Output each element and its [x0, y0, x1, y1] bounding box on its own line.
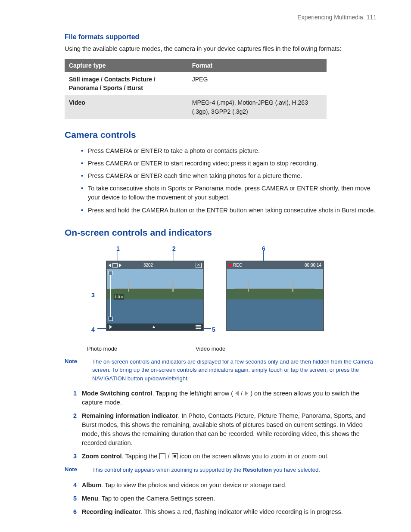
video-top-bar: REC 00:00:14: [227, 261, 323, 269]
list-item: 6 Recording indicator. This shows a red,…: [65, 505, 377, 519]
file-formats-heading: File formats supported: [65, 32, 377, 42]
photo-bottom-bar: ▲: [107, 324, 203, 330]
controls-list: 1 Mode Switching control. Tapping the le…: [65, 387, 377, 463]
bridge-tower: [292, 282, 293, 292]
capture-type-cell: Still image / Contacts Picture / Panoram…: [65, 72, 188, 96]
item-text: Album. Tap to view the photos and videos…: [82, 481, 286, 490]
list-item: 4 Album. Tap to view the photos and vide…: [65, 479, 377, 492]
table-header-row: Capture type Format: [65, 59, 327, 72]
note-text: This control only appears when zooming i…: [92, 466, 320, 474]
item-text: Mode Switching control. Tapping the left…: [82, 389, 377, 407]
list-item: Press CAMERA or ENTER each time when tak…: [81, 170, 377, 182]
item-text: Recording indicator. This shows a red, f…: [82, 507, 343, 516]
item-number: 5: [65, 494, 77, 503]
bridge-line: [115, 288, 196, 289]
item-number: 1: [65, 389, 77, 407]
item-number: 4: [65, 481, 77, 490]
zoom-out-box-icon: [172, 453, 178, 459]
remaining-indicator: 3202: [143, 262, 153, 269]
album-icon: [109, 325, 112, 329]
list-item: 3 Zoom control. Tapping the / icon on th…: [65, 450, 377, 463]
item-text: Zoom control. Tapping the / icon on the …: [82, 452, 329, 461]
zoom-level-text: 1.0 x: [114, 294, 124, 300]
col-capture-type: Capture type: [65, 59, 188, 72]
controls-list-2: 4 Album. Tap to view the photos and vide…: [65, 479, 377, 519]
mode-left-arrow-icon: [109, 263, 111, 268]
callout-4: 4: [91, 325, 95, 334]
bridge-tower: [248, 282, 249, 292]
video-mode-screen: REC 00:00:14: [226, 261, 324, 331]
bridge-tower: [172, 282, 174, 292]
item-number: 2: [65, 411, 77, 448]
item-text: Menu. Tap to open the Camera Settings sc…: [82, 494, 215, 503]
page-number: 111: [367, 14, 377, 21]
format-cell: JPEG: [188, 72, 327, 96]
list-item: Press CAMERA or ENTER to take a photo or…: [81, 145, 377, 157]
callout-line: [174, 251, 174, 261]
list-item: 2 Remaining information indicator. In Ph…: [65, 409, 377, 450]
close-icon: ✕: [196, 263, 202, 268]
photo-caption: Photo mode: [87, 345, 117, 353]
menu-icon: [196, 324, 201, 330]
rec-time: 00:00:14: [305, 262, 321, 269]
list-item: 1 Mode Switching control. Tapping the le…: [65, 387, 377, 409]
list-item: Press CAMERA or ENTER to start recording…: [81, 157, 377, 170]
item-number: 6: [65, 507, 77, 516]
video-caption: Video mode: [196, 345, 225, 353]
zoom-track: [110, 275, 111, 317]
callout-line: [204, 328, 211, 329]
rec-dot-icon: [228, 264, 232, 267]
callout-line: [118, 251, 118, 261]
camera-controls-heading: Camera controls: [65, 128, 377, 141]
callout-line: [97, 294, 106, 294]
item-text: Remaining information indicator. In Phot…: [82, 411, 377, 448]
note-label: Note: [65, 358, 84, 383]
note-text: The on-screen controls and indicators ar…: [92, 358, 377, 383]
photo-top-bar: 3202 ✕: [107, 261, 203, 269]
page-header: Experiencing Multimedia 111: [43, 13, 377, 22]
section-name: Experiencing Multimedia: [297, 14, 363, 21]
note-block-2: Note This control only appears when zoom…: [65, 466, 377, 474]
list-item: 5 Menu. Tap to open the Camera Settings …: [65, 492, 377, 505]
zoom-slider: [109, 271, 113, 321]
callout-5: 5: [212, 325, 215, 334]
callout-3: 3: [91, 291, 95, 299]
zoom-in-box-icon: [159, 453, 165, 459]
zoom-in-icon: [109, 271, 113, 275]
list-item: To take consecutive shots in Sports or P…: [81, 182, 377, 204]
bridge-line: [234, 288, 315, 289]
bridge-tower: [128, 282, 129, 292]
file-formats-table: Capture type Format Still image / Contac…: [65, 59, 327, 119]
onscreen-heading: On-screen controls and indicators: [65, 226, 377, 239]
callout-line: [97, 328, 106, 329]
format-cell: MPEG-4 (.mp4), Motion-JPEG (.avi), H.263…: [188, 95, 327, 119]
table-row: Still image / Contacts Picture / Panoram…: [65, 72, 327, 96]
onscreen-diagram: 1 2 6 3 4 5 3202 ✕: [103, 244, 352, 342]
note-label: Note: [65, 466, 84, 474]
col-format: Format: [188, 59, 327, 72]
right-arrow-icon: [245, 391, 248, 396]
photo-mode-screen: 3202 ✕ 1.0 x ▲: [106, 261, 204, 331]
item-number: 3: [65, 452, 77, 461]
left-arrow-icon: [235, 391, 239, 396]
camera-controls-list: Press CAMERA or ENTER to take a photo or…: [81, 145, 377, 216]
note-block: Note The on-screen controls and indicato…: [65, 358, 377, 383]
list-item: Press and hold the CAMERA button or the …: [81, 204, 377, 217]
screen-captions: Photo mode Video mode: [87, 345, 377, 353]
rec-label: REC: [233, 262, 242, 269]
mode-right-arrow-icon: [119, 263, 121, 268]
zoom-out-icon: [109, 317, 113, 321]
camera-mode-icon: [112, 263, 118, 268]
capture-type-cell: Video: [65, 95, 188, 119]
file-formats-intro: Using the available capture modes, the c…: [65, 44, 377, 53]
table-row: Video MPEG-4 (.mp4), Motion-JPEG (.avi),…: [65, 95, 327, 119]
callout-line: [263, 251, 264, 261]
